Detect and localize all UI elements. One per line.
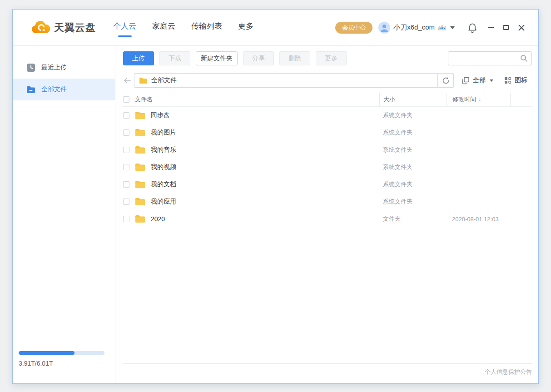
maximize-icon[interactable] [498, 20, 514, 35]
column-header-extra [510, 93, 532, 106]
column-header-name[interactable]: 文件名 [135, 95, 379, 104]
window-controls [465, 20, 529, 35]
file-size: 文件夹 [379, 215, 447, 223]
file-name: 2020 [151, 215, 165, 223]
brand-name: 天翼云盘 [54, 21, 96, 35]
sidebar-item-recent-uploads[interactable]: 最近上传 [13, 57, 115, 79]
table-row[interactable]: 我的音乐 系统文件夹 [123, 141, 532, 159]
search-icon[interactable] [520, 55, 528, 62]
storage-quota: 3.91T/6.01T [19, 351, 104, 367]
select-all-checkbox[interactable] [123, 96, 129, 103]
file-size: 系统文件夹 [379, 198, 447, 206]
upload-button[interactable]: 上传 [123, 51, 154, 65]
folder-yellow-icon [135, 111, 145, 119]
toolbar: 上传 下载 新建文件夹 分享 删除 更多 [123, 51, 532, 65]
file-name: 我的音乐 [151, 146, 176, 154]
folder-yellow-icon [139, 77, 148, 84]
close-icon[interactable] [514, 20, 529, 35]
folder-yellow-icon [135, 146, 145, 154]
file-name: 我的文档 [151, 180, 176, 189]
main-panel: 上传 下载 新建文件夹 分享 删除 更多 [115, 46, 538, 383]
address-bar: 全部文件 全部 [123, 73, 532, 88]
row-checkbox[interactable] [123, 181, 129, 188]
more-button[interactable]: 更多 [316, 51, 347, 65]
privacy-notice-link[interactable]: 个人信息保护公告 [485, 368, 532, 376]
file-size: 系统文件夹 [379, 129, 447, 137]
file-size: 系统文件夹 [379, 163, 447, 171]
sidebar-item-all-files[interactable]: 全部文件 [13, 79, 115, 100]
search-box [448, 51, 532, 65]
table-row[interactable]: 我的图片 系统文件夹 [123, 124, 532, 141]
delete-button[interactable]: 删除 [279, 51, 310, 65]
folder-yellow-icon [135, 129, 145, 137]
file-name: 我的图片 [151, 129, 176, 137]
folder-yellow-icon [135, 180, 145, 189]
file-size: 系统文件夹 [379, 111, 447, 119]
file-list: 同步盘 系统文件夹 [123, 107, 532, 228]
cloud-logo-icon [31, 20, 50, 35]
sort-desc-icon: ↓ [478, 96, 481, 103]
vip-crown-icon [437, 23, 447, 32]
nav-tab-transfer-list[interactable]: 传输列表 [190, 18, 223, 37]
file-modified-time: 2020-08-01 12:03 [447, 216, 510, 223]
user-menu-caret-icon[interactable] [450, 26, 455, 29]
app-window: 天翼云盘 个人云 家庭云 传输列表 更多 会员中心 小刀x6d_com [12, 9, 539, 384]
filter-caret-icon [490, 79, 493, 82]
row-checkbox[interactable] [123, 112, 129, 119]
breadcrumb[interactable]: 全部文件 [134, 73, 438, 88]
nav-tab-more[interactable]: 更多 [237, 18, 254, 37]
avatar-icon[interactable] [378, 22, 390, 34]
app-logo: 天翼云盘 [31, 20, 96, 35]
folder-yellow-icon [135, 215, 145, 223]
sidebar: 最近上传 全部文件 3.91T/6.01T [13, 46, 115, 383]
table-row[interactable]: 我的文档 系统文件夹 [123, 176, 532, 193]
main-footer: 个人信息保护公告 [123, 363, 532, 383]
minimize-icon[interactable] [483, 20, 498, 35]
folder-blue-icon [26, 86, 35, 94]
table-row[interactable]: 我的应用 系统文件夹 [123, 193, 532, 210]
filter-label: 全部 [473, 76, 486, 84]
folder-yellow-icon [135, 163, 145, 171]
table-row[interactable]: 同步盘 系统文件夹 [123, 107, 532, 124]
column-header-time[interactable]: 修改时间 ↓ [447, 93, 510, 106]
search-input[interactable] [453, 55, 520, 62]
refresh-icon[interactable] [438, 73, 454, 88]
view-mode-toggle[interactable]: 图标 [504, 76, 527, 84]
table-header: 文件名 大小 修改时间 ↓ [123, 93, 532, 107]
titlebar-right: 会员中心 小刀x6d_com [335, 20, 529, 35]
sidebar-item-label: 全部文件 [41, 85, 67, 94]
nav-tab-personal-cloud[interactable]: 个人云 [112, 18, 137, 37]
row-checkbox[interactable] [123, 164, 129, 170]
clock-icon [26, 63, 35, 72]
title-bar: 天翼云盘 个人云 家庭云 传输列表 更多 会员中心 小刀x6d_com [13, 10, 538, 46]
table-row[interactable]: 2020 文件夹 2020-08-01 12:03 [123, 210, 532, 228]
filter-copy-icon [462, 77, 470, 84]
main-nav: 个人云 家庭云 传输列表 更多 [112, 18, 268, 37]
download-button[interactable]: 下载 [159, 51, 190, 65]
row-checkbox[interactable] [123, 216, 129, 222]
file-name: 我的应用 [151, 198, 176, 206]
username[interactable]: 小刀x6d_com [393, 23, 435, 32]
table-row[interactable]: 我的视频 系统文件夹 [123, 159, 532, 176]
column-header-size[interactable]: 大小 [379, 93, 447, 106]
view-mode-label: 图标 [515, 76, 527, 84]
bell-icon[interactable] [465, 20, 480, 35]
grid-view-icon [504, 77, 511, 84]
row-checkbox[interactable] [123, 147, 129, 153]
row-checkbox[interactable] [123, 129, 129, 136]
folder-yellow-icon [135, 198, 145, 206]
storage-progress-fill [19, 351, 74, 355]
nav-tab-family-cloud[interactable]: 家庭云 [151, 18, 176, 37]
new-folder-button[interactable]: 新建文件夹 [196, 51, 238, 65]
row-checkbox[interactable] [123, 198, 129, 205]
share-button[interactable]: 分享 [243, 51, 274, 65]
back-arrow-icon[interactable] [123, 77, 134, 84]
current-folder-path: 全部文件 [151, 76, 177, 84]
file-name: 同步盘 [151, 111, 170, 119]
storage-progress-bar [19, 351, 104, 355]
member-center-button[interactable]: 会员中心 [335, 22, 372, 34]
file-name: 我的视频 [151, 163, 176, 171]
sidebar-item-label: 最近上传 [41, 64, 67, 72]
file-type-filter[interactable]: 全部 [462, 76, 493, 84]
file-size: 系统文件夹 [379, 146, 447, 154]
